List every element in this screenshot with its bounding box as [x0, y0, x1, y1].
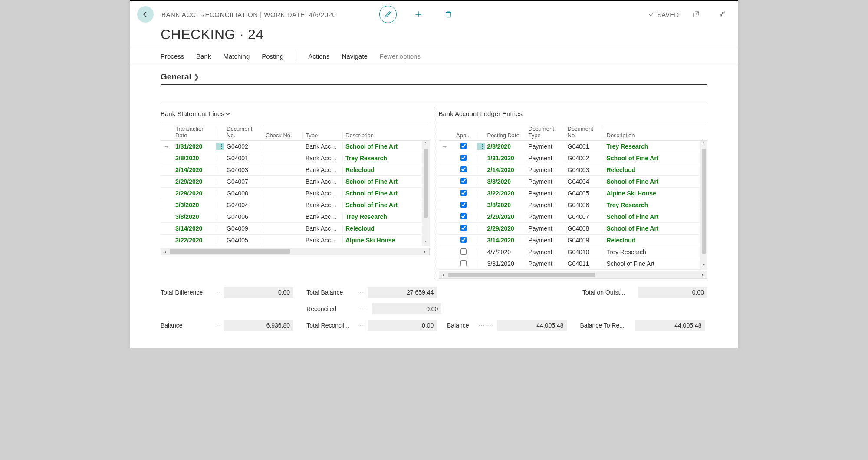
row-indicator-icon: → [164, 143, 170, 150]
row-menu[interactable]: ⋮ [477, 143, 485, 150]
hdr-description-r[interactable]: Description [604, 132, 700, 139]
cell-description: School of Fine Art [604, 213, 700, 220]
table-row[interactable]: 3/31/2020 Payment G04011 School of Fine … [439, 258, 708, 270]
table-row[interactable]: 2/8/2020 G04001 Bank Accou... Trey Resea… [161, 152, 430, 164]
left-panel-title[interactable]: Bank Statement Lines ❯ [161, 107, 430, 122]
cell-posting-date: 2/8/2020 [485, 143, 526, 150]
cell-applied[interactable] [451, 143, 477, 150]
scroll-right-icon[interactable]: › [421, 248, 429, 255]
hdr-doc-type[interactable]: DocumentType [526, 126, 565, 139]
cell-description: School of Fine Art [343, 178, 422, 185]
cell-applied[interactable] [451, 248, 477, 256]
cell-description: School of Fine Art [604, 178, 700, 185]
cell-doc-no: G04001 [565, 143, 604, 150]
cell-posting-date: 1/31/2020 [485, 155, 526, 162]
cell-applied[interactable] [451, 190, 477, 197]
table-row[interactable]: 2/29/2020 Payment G04008 School of Fine … [439, 223, 708, 235]
hscroll-left[interactable]: ‹ › [161, 248, 430, 255]
cell-description: Trey Research [604, 143, 700, 150]
cell-applied[interactable] [451, 155, 477, 162]
new-button[interactable] [410, 6, 427, 23]
cell-applied[interactable] [451, 166, 477, 174]
hscroll-right[interactable]: ‹ › [439, 271, 708, 279]
cell-posting-date: 2/29/2020 [485, 225, 526, 232]
table-row[interactable]: 3/14/2020 G04009 Bank Accou... Relecloud [161, 223, 430, 235]
menu-posting[interactable]: Posting [262, 53, 283, 60]
scroll-left-icon[interactable]: ‹ [439, 272, 448, 278]
edit-button[interactable] [379, 6, 397, 23]
section-general[interactable]: General ❯ [161, 72, 707, 85]
back-button[interactable] [137, 6, 154, 23]
menu-bank[interactable]: Bank [196, 53, 211, 60]
hdr-doc-no[interactable]: DocumentNo. [224, 126, 263, 139]
table-row[interactable]: 3/3/2020 Payment G04004 School of Fine A… [439, 176, 708, 188]
table-row[interactable]: 2/14/2020 G04003 Bank Accou... Relecloud [161, 164, 430, 176]
cell-applied[interactable] [451, 260, 477, 268]
vscroll-r[interactable]: ˄ ˅ [700, 141, 707, 270]
delete-button[interactable] [440, 6, 457, 23]
check-icon [648, 11, 654, 17]
cell-doc-no: G04006 [224, 213, 263, 220]
cell-applied[interactable] [451, 178, 477, 185]
table-row[interactable]: 2/29/2020 Payment G04007 School of Fine … [439, 211, 708, 223]
cell-trans-date: 3/14/2020 [173, 225, 216, 232]
table-row[interactable]: 2/29/2020 G04008 Bank Accou... School of… [161, 188, 430, 199]
cell-doc-no: G04003 [224, 166, 263, 173]
table-row[interactable]: 2/14/2020 Payment G04003 Relecloud [439, 164, 708, 176]
menu-matching[interactable]: Matching [223, 53, 250, 60]
cell-applied[interactable] [451, 225, 477, 232]
popout-button[interactable] [687, 6, 705, 23]
cell-applied[interactable] [451, 202, 477, 209]
collapse-button[interactable] [713, 6, 731, 23]
scroll-right-icon[interactable]: › [698, 272, 707, 278]
menu-fewer-options[interactable]: Fewer options [380, 53, 421, 60]
table-row[interactable]: 3/22/2020 G04005 Bank Accou... Alpine Sk… [161, 235, 430, 246]
cell-description: Relecloud [604, 237, 700, 244]
cell-type: Bank Accou... [303, 190, 343, 197]
cell-trans-date: 3/3/2020 [173, 202, 216, 208]
hdr-check-no[interactable]: Check No. [263, 132, 303, 139]
hdr-posting-date[interactable]: Posting Date [485, 132, 526, 139]
hdr-doc-no-r[interactable]: DocumentNo. [565, 126, 604, 139]
scroll-up-icon[interactable]: ˄ [703, 141, 705, 148]
scroll-down-icon[interactable]: ˅ [424, 239, 427, 246]
menu-actions[interactable]: Actions [308, 53, 329, 60]
scroll-left-icon[interactable]: ‹ [161, 248, 170, 255]
table-row[interactable]: 4/7/2020 Payment G04010 Trey Research [439, 246, 708, 258]
cell-applied[interactable] [451, 237, 477, 244]
cell-type: Bank Accou... [303, 166, 343, 173]
cell-doc-type: Payment [526, 248, 565, 255]
balance-r-label: Balance [447, 322, 473, 329]
row-menu[interactable]: ⋮ [216, 143, 224, 150]
chevron-down-icon: ❯ [225, 112, 231, 116]
menu-process[interactable]: Process [161, 53, 184, 60]
scroll-up-icon[interactable]: ˄ [424, 141, 427, 148]
row-indicator-icon: → [442, 143, 448, 150]
table-row[interactable]: 2/29/2020 G04007 Bank Accou... School of… [161, 176, 430, 188]
vscroll[interactable]: ˄ ˅ [422, 141, 430, 246]
arrow-left-icon [141, 10, 149, 18]
cell-doc-no: G04007 [565, 213, 604, 220]
table-row[interactable]: 3/3/2020 G04004 Bank Accou... School of … [161, 199, 430, 211]
total-outst-label: Total on Outst... [582, 289, 635, 296]
cell-doc-no: G04004 [224, 202, 263, 208]
hdr-description[interactable]: Description [343, 132, 422, 139]
table-row[interactable]: 3/8/2020 Payment G04006 Trey Research [439, 199, 708, 211]
scroll-down-icon[interactable]: ˅ [703, 263, 705, 270]
hdr-applied[interactable]: App... [451, 132, 477, 139]
cell-description: School of Fine Art [343, 190, 422, 197]
hdr-type[interactable]: Type [303, 132, 343, 139]
table-row[interactable]: → 1/31/2020 ⋮ G04002 Bank Account School… [161, 141, 430, 152]
hdr-trans-date[interactable]: TransactionDate [173, 126, 216, 139]
table-row[interactable]: 3/8/2020 G04006 Bank Accou... Trey Resea… [161, 211, 430, 223]
table-row[interactable]: → ⋮ 2/8/2020 Payment G04001 Trey Researc… [439, 141, 708, 152]
menu-navigate[interactable]: Navigate [342, 53, 368, 60]
table-row[interactable]: 3/14/2020 Payment G04009 Relecloud [439, 235, 708, 246]
cell-doc-no: G04005 [224, 237, 263, 244]
cell-description: Trey Research [604, 248, 700, 255]
cell-description: School of Fine Art [604, 260, 700, 267]
table-row[interactable]: 3/22/2020 Payment G04005 Alpine Ski Hous… [439, 188, 708, 199]
table-row[interactable]: 1/31/2020 Payment G04002 School of Fine … [439, 152, 708, 164]
cell-applied[interactable] [451, 213, 477, 221]
cell-doc-no: G04004 [565, 178, 604, 185]
